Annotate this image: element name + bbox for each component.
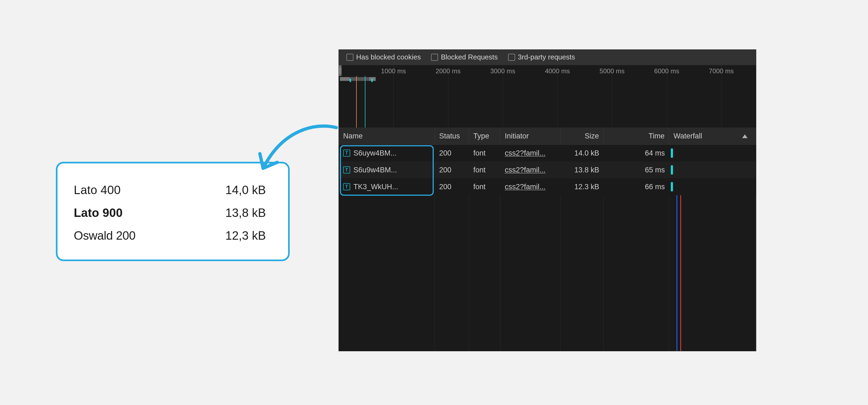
table-row[interactable]: T S6uyw4BM... 200 font css2?famil... 14.… (339, 145, 756, 162)
font-file-icon: T (343, 150, 350, 156)
waterfall-bar-icon (671, 182, 673, 191)
request-type: font (469, 178, 500, 195)
checkbox-icon[interactable] (508, 54, 515, 61)
checkbox-icon[interactable] (346, 54, 353, 61)
request-status: 200 (435, 178, 469, 195)
font-file-icon: T (343, 183, 350, 190)
devtools-network-panel: Has blocked cookies Blocked Requests 3rd… (339, 50, 756, 351)
request-size: 12.3 kB (561, 178, 603, 195)
request-type: font (469, 145, 500, 162)
col-header-type[interactable]: Type (469, 128, 500, 144)
font-name-label: Oswald 200 (74, 224, 135, 247)
waterfall-bar-icon (671, 148, 673, 158)
waterfall-bar-icon (671, 165, 673, 175)
request-time: 64 ms (603, 145, 669, 162)
font-row: Lato 900 13,8 kB (74, 201, 266, 224)
request-initiator-link[interactable]: css2?famil... (505, 182, 546, 191)
col-header-size[interactable]: Size (561, 128, 603, 144)
request-status: 200 (435, 162, 469, 178)
col-header-waterfall[interactable]: Waterfall (669, 128, 756, 144)
font-size-label: 14,0 kB (225, 179, 266, 201)
network-filter-bar: Has blocked cookies Blocked Requests 3rd… (339, 50, 756, 65)
table-row[interactable]: T TK3_WkUH... 200 font css2?famil... 12.… (339, 178, 756, 195)
request-initiator-link[interactable]: css2?famil... (505, 149, 546, 157)
request-waterfall[interactable] (669, 145, 756, 162)
font-summary-card: Lato 400 14,0 kB Lato 900 13,8 kB Oswald… (56, 162, 290, 261)
col-header-status[interactable]: Status (435, 128, 469, 144)
col-header-label: Waterfall (674, 132, 702, 140)
tick-label: 7000 ms (709, 67, 734, 75)
font-row: Oswald 200 12,3 kB (74, 224, 266, 247)
filter-blocked-requests[interactable]: Blocked Requests (428, 53, 500, 61)
col-header-name[interactable]: Name (339, 128, 435, 144)
font-file-icon: T (343, 166, 350, 173)
font-size-label: 12,3 kB (225, 224, 266, 247)
col-header-initiator[interactable]: Initiator (500, 128, 561, 144)
sort-ascending-icon (742, 134, 748, 138)
tick-label: 4000 ms (545, 67, 570, 75)
load-marker (365, 76, 365, 127)
tick-label: 1000 ms (381, 67, 406, 75)
request-waterfall[interactable] (669, 162, 756, 178)
annotation-arrow-icon (255, 119, 342, 179)
table-row[interactable]: T S6u9w4BM... 200 font css2?famil... 13.… (339, 162, 756, 178)
filter-blocked-cookies[interactable]: Has blocked cookies (344, 53, 424, 61)
request-name: S6u9w4BM... (353, 166, 397, 174)
font-size-label: 13,8 kB (225, 201, 266, 224)
request-status: 200 (435, 145, 469, 162)
domcontentloaded-marker (356, 76, 357, 127)
checkbox-icon[interactable] (431, 54, 438, 61)
font-row: Lato 400 14,0 kB (74, 179, 266, 201)
tick-label: 6000 ms (654, 67, 679, 75)
request-name: S6uyw4BM... (353, 149, 397, 157)
filter-third-party[interactable]: 3rd-party requests (505, 53, 578, 61)
timeline-overview[interactable]: 1000 ms 2000 ms 3000 ms 4000 ms 5000 ms … (339, 65, 756, 128)
network-table-header: Name Status Type Initiator Size Time Wat… (339, 128, 756, 145)
request-name: TK3_WkUH... (353, 182, 398, 191)
request-initiator-link[interactable]: css2?famil... (505, 166, 546, 174)
request-time: 65 ms (603, 162, 669, 178)
filter-label: 3rd-party requests (518, 53, 575, 61)
request-size: 14.0 kB (561, 145, 603, 162)
request-time: 66 ms (603, 178, 669, 195)
tick-label: 2000 ms (436, 67, 461, 75)
request-type: font (469, 162, 500, 178)
font-name-label: Lato 400 (74, 179, 121, 201)
filter-label: Has blocked cookies (356, 53, 421, 61)
network-table-body: T S6uyw4BM... 200 font css2?famil... 14.… (339, 145, 756, 351)
overview-ticks: 1000 ms 2000 ms 3000 ms 4000 ms 5000 ms … (339, 65, 756, 76)
font-name-label: Lato 900 (74, 201, 123, 224)
tick-label: 3000 ms (490, 67, 515, 75)
request-size: 13.8 kB (561, 162, 603, 178)
request-waterfall[interactable] (669, 178, 756, 195)
filter-label: Blocked Requests (441, 53, 498, 61)
col-header-time[interactable]: Time (603, 128, 669, 144)
tick-label: 5000 ms (599, 67, 624, 75)
